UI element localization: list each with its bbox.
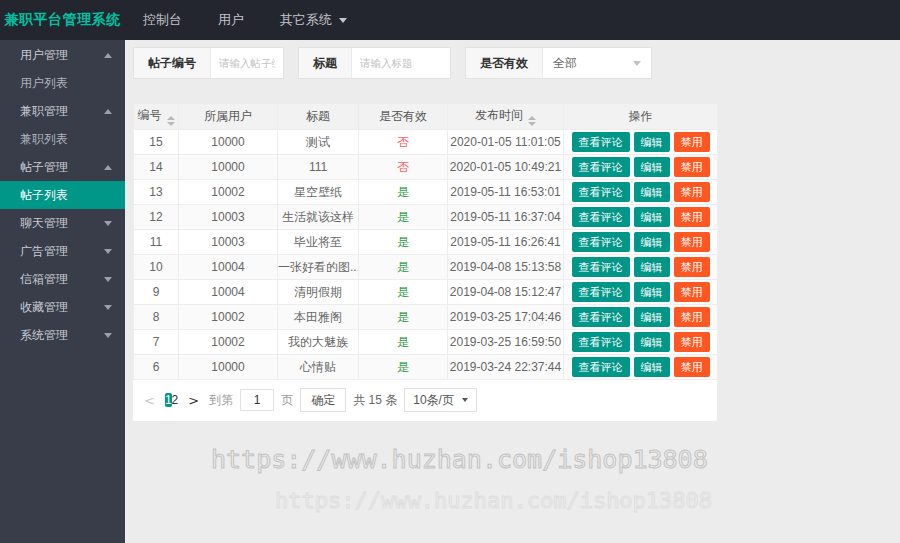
app-logo[interactable]: 兼职平台管理系统 [0, 11, 125, 29]
cell-time: 2019-05-11 16:37:04 [448, 205, 564, 230]
cell-actions: 查看评论编辑禁用 [564, 255, 718, 280]
sort-asc-icon [528, 116, 536, 120]
sidebar-item-mailbox-mgmt[interactable]: 信箱管理 [0, 265, 125, 293]
view-comments-button[interactable]: 查看评论 [572, 332, 630, 352]
table-row: 1410000111否2020-01-05 10:49:21查看评论编辑禁用 [134, 155, 718, 180]
edit-button[interactable]: 编辑 [634, 232, 670, 252]
page-number-button[interactable]: 2 [172, 393, 179, 407]
table-row: 910004清明假期是2019-04-08 15:12:47查看评论编辑禁用 [134, 280, 718, 305]
cell-user: 10002 [179, 180, 278, 205]
chevron-down-icon [633, 61, 641, 66]
cell-title: 毕业将至 [278, 230, 359, 255]
post-id-input[interactable] [211, 48, 283, 78]
top-nav: 控制台 用户 其它系统 [125, 0, 365, 40]
disable-button[interactable]: 禁用 [674, 332, 710, 352]
main-layout: 用户管理用户列表兼职管理兼职列表帖子管理帖子列表聊天管理广告管理信箱管理收藏管理… [0, 40, 900, 543]
cell-title: 清明假期 [278, 280, 359, 305]
sort-desc-icon [167, 122, 175, 126]
chevron-down-icon [104, 333, 112, 338]
cell-time: 2020-01-05 10:49:21 [448, 155, 564, 180]
disable-button[interactable]: 禁用 [674, 207, 710, 227]
valid-filter-select[interactable]: 全部 [543, 48, 651, 78]
page-size-value: 10条/页 [413, 392, 454, 409]
cell-actions: 查看评论编辑禁用 [564, 230, 718, 255]
edit-button[interactable]: 编辑 [634, 132, 670, 152]
next-page-button[interactable]: > [185, 393, 202, 408]
edit-button[interactable]: 编辑 [634, 182, 670, 202]
disable-button[interactable]: 禁用 [674, 307, 710, 327]
sidebar-item-label: 兼职管理 [20, 103, 68, 120]
sidebar-item-system-mgmt[interactable]: 系统管理 [0, 321, 125, 349]
table-header-cell[interactable]: 编号 [134, 104, 179, 130]
sort-icon[interactable] [528, 116, 536, 126]
sidebar-item-post-list[interactable]: 帖子列表 [0, 181, 125, 209]
confirm-page-button[interactable]: 确定 [300, 388, 346, 412]
chevron-down-icon [104, 305, 112, 310]
disable-button[interactable]: 禁用 [674, 257, 710, 277]
cell-id: 12 [134, 205, 179, 230]
cell-title: 生活就该这样 [278, 205, 359, 230]
sidebar-item-chat-mgmt[interactable]: 聊天管理 [0, 209, 125, 237]
sort-icon[interactable] [167, 116, 175, 126]
top-header: 兼职平台管理系统 控制台 用户 其它系统 [0, 0, 900, 40]
edit-button[interactable]: 编辑 [634, 332, 670, 352]
disable-button[interactable]: 禁用 [674, 357, 710, 377]
sidebar-item-post-mgmt[interactable]: 帖子管理 [0, 153, 125, 181]
view-comments-button[interactable]: 查看评论 [572, 232, 630, 252]
view-comments-button[interactable]: 查看评论 [572, 357, 630, 377]
edit-button[interactable]: 编辑 [634, 157, 670, 177]
sidebar-item-label: 用户管理 [20, 47, 68, 64]
page-number-button[interactable]: 1 [165, 393, 172, 407]
content-area: 帖子编号 标题 是否有效 全部 编号所属用户标题是否有效发布时间 [125, 40, 900, 543]
view-comments-button[interactable]: 查看评论 [572, 157, 630, 177]
nav-item-console[interactable]: 控制台 [125, 0, 200, 40]
page-jump-input[interactable] [240, 389, 274, 411]
table-body: 1510000测试否2020-01-05 11:01:05查看评论编辑禁用141… [134, 130, 718, 380]
nav-item-label: 其它系统 [280, 11, 332, 29]
view-comments-button[interactable]: 查看评论 [572, 307, 630, 327]
page-size-select[interactable]: 10条/页 [404, 388, 477, 412]
edit-button[interactable]: 编辑 [634, 257, 670, 277]
edit-button[interactable]: 编辑 [634, 282, 670, 302]
table-header-cell[interactable]: 发布时间 [448, 104, 564, 130]
cell-user: 10000 [179, 130, 278, 155]
view-comments-button[interactable]: 查看评论 [572, 282, 630, 302]
table-header-cell: 是否有效 [359, 104, 448, 130]
sidebar-item-favorites-mgmt[interactable]: 收藏管理 [0, 293, 125, 321]
nav-item-user[interactable]: 用户 [200, 0, 262, 40]
view-comments-button[interactable]: 查看评论 [572, 182, 630, 202]
cell-time: 2020-01-05 11:01:05 [448, 130, 564, 155]
view-comments-button[interactable]: 查看评论 [572, 132, 630, 152]
view-comments-button[interactable]: 查看评论 [572, 257, 630, 277]
sidebar-item-user-mgmt[interactable]: 用户管理 [0, 41, 125, 69]
title-input[interactable] [352, 48, 450, 78]
chevron-up-icon [104, 53, 112, 58]
disable-button[interactable]: 禁用 [674, 132, 710, 152]
cell-title: 我的大魅族 [278, 330, 359, 355]
cell-valid: 是 [359, 180, 448, 205]
cell-actions: 查看评论编辑禁用 [564, 205, 718, 230]
table-row: 1310002星空壁纸是2019-05-11 16:53:01查看评论编辑禁用 [134, 180, 718, 205]
sidebar-item-parttime-mgmt[interactable]: 兼职管理 [0, 97, 125, 125]
sidebar-item-label: 系统管理 [20, 327, 68, 344]
edit-button[interactable]: 编辑 [634, 357, 670, 377]
disable-button[interactable]: 禁用 [674, 157, 710, 177]
edit-button[interactable]: 编辑 [634, 307, 670, 327]
sidebar-item-ad-mgmt[interactable]: 广告管理 [0, 237, 125, 265]
cell-valid: 是 [359, 255, 448, 280]
nav-item-other-systems[interactable]: 其它系统 [262, 0, 365, 40]
sidebar-item-user-list[interactable]: 用户列表 [0, 69, 125, 97]
disable-button[interactable]: 禁用 [674, 282, 710, 302]
cell-user: 10003 [179, 230, 278, 255]
disable-button[interactable]: 禁用 [674, 232, 710, 252]
disable-button[interactable]: 禁用 [674, 182, 710, 202]
sidebar-item-label: 广告管理 [20, 243, 68, 260]
sidebar-item-parttime-list[interactable]: 兼职列表 [0, 125, 125, 153]
sidebar-item-label: 帖子列表 [20, 187, 68, 204]
cell-id: 15 [134, 130, 179, 155]
prev-page-button[interactable]: < [141, 393, 158, 408]
edit-button[interactable]: 编辑 [634, 207, 670, 227]
cell-time: 2019-03-25 17:04:46 [448, 305, 564, 330]
view-comments-button[interactable]: 查看评论 [572, 207, 630, 227]
table-row: 610000心情贴是2019-03-24 22:37:44查看评论编辑禁用 [134, 355, 718, 380]
